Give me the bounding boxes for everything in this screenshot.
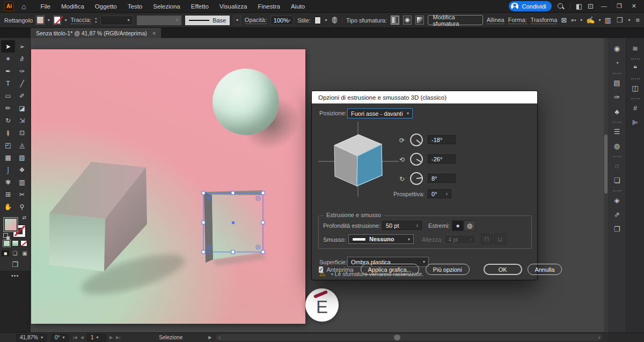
eyedropper-tool[interactable]: ⌡	[1, 163, 15, 176]
brush-chevron-icon[interactable]: ▾	[233, 16, 241, 25]
chevron-down-icon[interactable]: ▾	[580, 18, 582, 23]
fill-stroke-indicator[interactable]: ⇄	[4, 217, 26, 238]
symbol-sprayer-tool[interactable]: ✾	[1, 176, 15, 188]
illustrator-logo-icon[interactable]: Ai	[4, 2, 14, 11]
shape-builder-tool[interactable]: ◰	[1, 139, 15, 151]
brush-definition-select[interactable]: Base	[185, 16, 230, 25]
rotate-y-input[interactable]: -26°	[428, 154, 456, 163]
pattern-options-icon[interactable]: #	[626, 101, 644, 115]
preview-checkbox[interactable]: ✓	[319, 266, 323, 273]
vertical-scrollbar-thumb[interactable]	[604, 135, 608, 194]
perspective-grid-tool[interactable]: ◬	[15, 139, 29, 151]
depth-input[interactable]: 50 pt›	[382, 221, 422, 230]
align-icon[interactable]: ⊫	[626, 115, 644, 130]
dialog-title[interactable]: Opzioni di estrusione e smussato 3D (cla…	[312, 91, 537, 103]
draw-inside-mode-icon[interactable]: ▣	[21, 250, 28, 256]
asset-export-icon[interactable]: ⇗	[608, 207, 626, 222]
pencil-tool[interactable]: ✏	[1, 102, 15, 114]
curvature-tool[interactable]: ✑	[15, 65, 29, 77]
chevron-down-icon[interactable]: ▾	[598, 18, 601, 23]
spinner-icon[interactable]: ›	[446, 191, 448, 197]
menu-modifica[interactable]: Modifica	[56, 1, 89, 12]
scroll-right-icon[interactable]: ›	[596, 334, 603, 340]
type-tool[interactable]: T	[1, 77, 15, 90]
rotate-tool[interactable]: ↻	[1, 114, 15, 127]
comments-icon[interactable]: ❝	[626, 61, 644, 76]
draw-normal-mode-icon[interactable]: ■	[2, 250, 9, 256]
next-artboard-icon[interactable]: ▶	[109, 335, 113, 340]
gradient-tool[interactable]: ▧	[15, 151, 29, 163]
libraries-icon[interactable]: ◫	[626, 81, 644, 95]
horizontal-scrollbar-thumb[interactable]	[394, 334, 400, 340]
direct-selection-tool[interactable]: ➢	[15, 40, 29, 53]
paintbrush-tool[interactable]: ✐	[15, 90, 29, 102]
style-swatch[interactable]	[314, 17, 321, 24]
bevel-select[interactable]: Nessuno ▾	[348, 234, 414, 244]
swap-fill-stroke-icon[interactable]: ⇄	[22, 215, 26, 220]
menu-aiuto[interactable]: Aiuto	[286, 1, 310, 12]
position-select[interactable]: Fuori asse - davanti▾	[347, 108, 413, 118]
edit-toolbar-icon[interactable]: •••	[0, 272, 30, 279]
free-transform-tool[interactable]: ⊡	[15, 127, 29, 139]
fill-color-swatch[interactable]	[36, 16, 44, 24]
minimize-button[interactable]: —	[599, 3, 609, 9]
menu-oggetto[interactable]: Oggetto	[90, 1, 122, 12]
eraser-tool[interactable]: ◪	[15, 102, 29, 114]
hand-tool[interactable]: ✋	[1, 200, 15, 213]
rotate-z-input[interactable]: 8°	[428, 174, 456, 183]
zoom-tool[interactable]: ⚲	[15, 200, 29, 213]
draw-behind-mode-icon[interactable]: ❏	[11, 250, 19, 256]
restore-button[interactable]: ❐	[614, 3, 624, 9]
last-artboard-icon[interactable]: ▶|	[116, 335, 120, 340]
menu-visualizza[interactable]: Visualizza	[215, 1, 252, 12]
style-options-icon[interactable]: ✍	[586, 16, 595, 24]
fill-swatch[interactable]	[4, 218, 17, 231]
color-button[interactable]	[3, 240, 10, 247]
properties-icon[interactable]: ≋	[626, 41, 644, 56]
rotate-z-dial[interactable]	[410, 172, 423, 185]
width-tool[interactable]: ≬	[1, 127, 15, 139]
share-button[interactable]: Condividi	[509, 1, 551, 11]
artboards-icon[interactable]: ❐	[608, 222, 626, 236]
close-button[interactable]: ✕	[630, 3, 639, 9]
shape-link[interactable]: Forma:	[508, 17, 527, 24]
clip-group-icon[interactable]: ❏	[608, 173, 626, 188]
menu-file[interactable]: File	[35, 1, 55, 12]
column-graph-tool[interactable]: ▥	[15, 176, 29, 188]
map-art-button[interactable]: Applica grafica...	[361, 264, 419, 275]
brushes-icon[interactable]: ✑	[608, 90, 626, 105]
home-icon[interactable]: ⌂	[21, 3, 26, 10]
more-options-button[interactable]: Più opzioni	[426, 264, 470, 275]
gradient-button[interactable]	[12, 240, 19, 247]
bounding-box-icon[interactable]: ⊠	[561, 16, 567, 24]
slice-tool[interactable]: ✂	[15, 188, 29, 200]
rotate-x-dial[interactable]	[410, 133, 423, 146]
menu-testo[interactable]: Testo	[123, 1, 148, 12]
stroke-weight-select[interactable]: ▾	[100, 16, 133, 25]
search-icon[interactable]	[557, 3, 565, 10]
radial-gradient-button[interactable]	[403, 16, 412, 25]
none-button[interactable]	[20, 240, 27, 247]
horizontal-scrollbar[interactable]: ‹ ›	[216, 334, 603, 341]
lasso-tool[interactable]: ∂	[15, 53, 29, 65]
opacity-input[interactable]: 100%›	[270, 16, 294, 25]
selection-tool[interactable]: ➤	[1, 40, 15, 53]
transform-link[interactable]: Trasforma	[531, 17, 558, 24]
menu-finestra[interactable]: Finestra	[253, 1, 285, 12]
rotate-x-input[interactable]: -18°	[428, 135, 456, 144]
artboard-number-select[interactable]: 1▾	[87, 334, 106, 341]
mesh-tool[interactable]: ▦	[1, 151, 15, 163]
workspace-switcher-icon[interactable]: ❒	[617, 16, 623, 24]
align-link[interactable]: Allinea	[487, 17, 504, 24]
default-fill-stroke-icon[interactable]	[3, 233, 8, 238]
menu-effetto[interactable]: Effetto	[186, 1, 214, 12]
panel-menu-icon[interactable]: ≡	[635, 16, 640, 24]
scale-tool[interactable]: ⇲	[15, 114, 29, 127]
menu-seleziona[interactable]: Seleziona	[148, 1, 185, 12]
symbols-icon[interactable]: ♣	[608, 105, 626, 119]
pen-tool[interactable]: ✒	[1, 65, 15, 77]
arrange-documents-icon[interactable]: ◧	[576, 3, 582, 10]
color-guide-icon[interactable]: ◔	[608, 56, 626, 70]
chevron-down-icon[interactable]: ▾	[64, 18, 67, 23]
freeform-gradient-button[interactable]	[415, 16, 424, 25]
